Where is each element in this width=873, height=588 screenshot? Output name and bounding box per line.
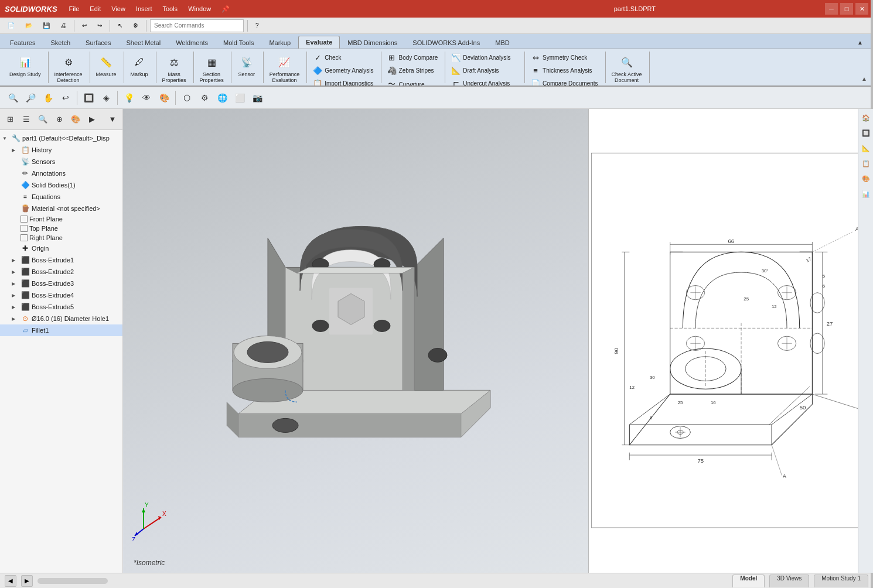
tree-item-history[interactable]: ▶ 📋 History bbox=[0, 144, 122, 156]
redo-button[interactable]: ↪ bbox=[93, 19, 106, 32]
help-button[interactable]: ? bbox=[251, 19, 263, 32]
zoom-to-fit-button[interactable]: 🔍 bbox=[5, 90, 21, 106]
view-settings-button[interactable]: ⚙ bbox=[196, 90, 213, 106]
interference-detection-button[interactable]: ⚙ InterferenceDetection bbox=[51, 52, 86, 86]
search-input[interactable] bbox=[150, 19, 244, 32]
curvature-button[interactable]: 〜 Curvature bbox=[384, 77, 442, 86]
body-compare-button[interactable]: ⊞ Body Compare bbox=[384, 52, 442, 64]
undo-button[interactable]: ↩ bbox=[78, 19, 91, 32]
menu-tools[interactable]: Tools bbox=[158, 4, 182, 14]
markup-button[interactable]: 🖊 Markup bbox=[127, 52, 152, 80]
nav-next-button[interactable]: ▶ bbox=[21, 575, 33, 587]
measure-button[interactable]: 📏 Measure bbox=[93, 52, 120, 80]
check-active-document-button[interactable]: 🔍 Check ActiveDocument bbox=[608, 52, 646, 86]
sidebar-add-button[interactable]: ⊕ bbox=[52, 112, 67, 127]
symmetry-check-button[interactable]: ⇔ Symmetry Check bbox=[527, 52, 601, 64]
status-scrollbar[interactable] bbox=[37, 578, 108, 584]
sidebar-search-button[interactable]: 🔍 bbox=[35, 112, 50, 127]
section-view-button[interactable]: ⬡ bbox=[179, 90, 195, 106]
ribbon-expand-button[interactable]: ▲ bbox=[861, 76, 867, 82]
tree-item-boss-extrude5[interactable]: ▶ ⬛ Boss-Extrude5 bbox=[0, 301, 122, 313]
viewport[interactable]: X Y Z *Isometric bbox=[123, 109, 873, 573]
tab-mbd[interactable]: MBD bbox=[487, 36, 517, 49]
camera-button[interactable]: 📷 bbox=[249, 90, 265, 106]
select-button[interactable]: ↖ bbox=[114, 19, 127, 32]
performance-evaluation-button[interactable]: 📈 PerformanceEvaluation bbox=[266, 52, 303, 86]
tree-item-origin[interactable]: ▶ ✚ Origin bbox=[0, 242, 122, 254]
compare-documents-button[interactable]: 📄 Compare Documents bbox=[527, 77, 601, 86]
new-button[interactable]: 📄 bbox=[4, 19, 19, 32]
scene-button[interactable]: 🌐 bbox=[214, 90, 230, 106]
tab-sheet-metal[interactable]: Sheet Metal bbox=[118, 36, 168, 49]
geometry-analysis-button[interactable]: 🔷 Geometry Analysis bbox=[309, 64, 377, 77]
sidebar-tree-button[interactable]: ⊞ bbox=[2, 112, 18, 127]
display-style-button[interactable]: 💡 bbox=[121, 90, 137, 106]
menu-window[interactable]: Window bbox=[183, 4, 216, 14]
tab-sketch[interactable]: Sketch bbox=[43, 36, 78, 49]
design-study-button[interactable]: 📊 Design Study bbox=[6, 52, 45, 80]
import-diagnostics-button[interactable]: 📋 Import Diagnostics bbox=[309, 77, 377, 86]
check-button[interactable]: ✓ Check bbox=[309, 52, 377, 64]
tree-item-sensors[interactable]: ▶ 📡 Sensors bbox=[0, 156, 122, 167]
tree-item-boss-extrude1[interactable]: ▶ ⬛ Boss-Extrude1 bbox=[0, 254, 122, 266]
open-button[interactable]: 📂 bbox=[21, 19, 36, 32]
hide-show-button[interactable]: 👁 bbox=[138, 90, 155, 106]
tab-3d-views[interactable]: 3D Views bbox=[769, 575, 809, 587]
tab-surfaces[interactable]: Surfaces bbox=[78, 36, 118, 49]
thickness-analysis-button[interactable]: ≡ Thickness Analysis bbox=[527, 64, 601, 77]
sidebar-color-button[interactable]: 🎨 bbox=[68, 112, 83, 127]
nav-prev-button[interactable]: ◀ bbox=[5, 575, 16, 587]
minimize-button[interactable]: ─ bbox=[825, 3, 838, 15]
menu-file[interactable]: File bbox=[64, 4, 84, 14]
tree-item-annotations[interactable]: ▶ ✏ Annotations bbox=[0, 167, 122, 179]
tab-solidworks-addins[interactable]: SOLIDWORKS Add-Ins bbox=[405, 36, 487, 49]
tree-item-equations[interactable]: ▶ = Equations bbox=[0, 191, 122, 203]
tab-weldments[interactable]: Weldments bbox=[168, 36, 216, 49]
tree-item-top-plane[interactable]: ▶ Top Plane bbox=[0, 224, 122, 233]
section-properties-button[interactable]: ▦ SectionProperties bbox=[196, 52, 227, 86]
tree-item-solid-bodies[interactable]: ▶ 🔷 Solid Bodies(1) bbox=[0, 179, 122, 191]
menu-pin[interactable]: 📌 bbox=[217, 4, 234, 14]
undercut-analysis-button[interactable]: ⊏ Undercut Analysis bbox=[448, 77, 521, 86]
edit-appearance-button[interactable]: 🎨 bbox=[156, 90, 172, 106]
ribbon-collapse[interactable]: ▲ bbox=[850, 36, 871, 49]
menu-view[interactable]: View bbox=[107, 4, 130, 14]
print-button[interactable]: 🖨 bbox=[56, 19, 70, 32]
zoom-in-button[interactable]: 🔎 bbox=[22, 90, 39, 106]
menu-edit[interactable]: Edit bbox=[85, 4, 105, 14]
tab-markup[interactable]: Markup bbox=[261, 36, 298, 49]
options-button[interactable]: ⚙ bbox=[129, 19, 142, 32]
tab-motion-study[interactable]: Motion Study 1 bbox=[814, 575, 868, 587]
tree-item-material[interactable]: ▶ 🪵 Material <not specified> bbox=[0, 203, 122, 214]
right-toolbar-view[interactable]: 🔲 bbox=[860, 127, 872, 139]
tree-item-fillet1[interactable]: ▶ ▱ Fillet1 bbox=[0, 324, 122, 336]
tree-item-right-plane[interactable]: ▶ Right Plane bbox=[0, 233, 122, 242]
tab-mbd-dimensions[interactable]: MBD Dimensions bbox=[340, 36, 405, 49]
zebra-stripes-button[interactable]: 🦓 Zebra Stripes bbox=[384, 64, 442, 77]
view-selector-button[interactable]: 🔲 bbox=[80, 90, 97, 106]
right-toolbar-chart[interactable]: 📊 bbox=[860, 187, 872, 200]
draft-analysis-button[interactable]: 📐 Draft Analysis bbox=[448, 64, 521, 77]
tree-item-boss-extrude4[interactable]: ▶ ⬛ Boss-Extrude4 bbox=[0, 289, 122, 301]
tab-model[interactable]: Model bbox=[732, 575, 765, 587]
mass-properties-button[interactable]: ⚖ MassProperties bbox=[159, 52, 190, 86]
sidebar-list-button[interactable]: ☰ bbox=[19, 112, 34, 127]
sidebar-filter-button[interactable]: ▼ bbox=[105, 112, 120, 127]
rendering-button[interactable]: ⬜ bbox=[231, 90, 248, 106]
right-toolbar-layers[interactable]: 📋 bbox=[860, 157, 872, 170]
tree-item-front-plane[interactable]: ▶ Front Plane bbox=[0, 214, 122, 224]
right-toolbar-home[interactable]: 🏠 bbox=[860, 111, 872, 124]
tree-item-part1[interactable]: ▼ 🔧 part1 (Default<<Default>_Disp bbox=[0, 132, 122, 144]
menu-insert[interactable]: Insert bbox=[131, 4, 157, 14]
save-button[interactable]: 💾 bbox=[39, 19, 54, 32]
tree-item-boss-extrude3[interactable]: ▶ ⬛ Boss-Extrude3 bbox=[0, 278, 122, 289]
sidebar-expand-button[interactable]: ▶ bbox=[84, 112, 100, 127]
2d-viewport[interactable]: 66 27 75 50 90 25 bbox=[588, 109, 873, 573]
tab-mold-tools[interactable]: Mold Tools bbox=[216, 36, 261, 49]
maximize-button[interactable]: □ bbox=[840, 3, 853, 15]
view-orientation-button[interactable]: ◈ bbox=[98, 90, 114, 106]
pan-button[interactable]: ✋ bbox=[40, 90, 56, 106]
tab-features[interactable]: Features bbox=[2, 36, 43, 49]
right-toolbar-color[interactable]: 🎨 bbox=[860, 172, 872, 185]
3d-viewport[interactable]: X Y Z *Isometric bbox=[123, 109, 588, 573]
